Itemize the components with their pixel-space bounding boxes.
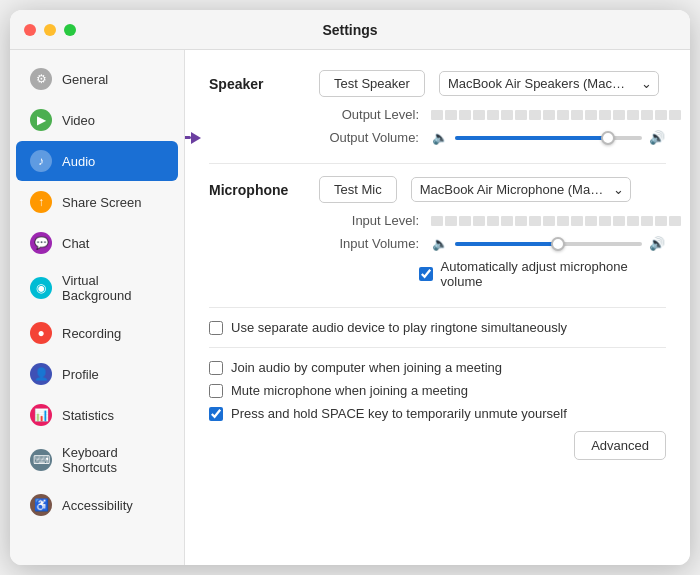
in-level-seg-15 xyxy=(627,216,639,226)
volume-high-icon: 🔊 xyxy=(648,130,666,145)
settings-window: Settings ⚙ General ▶ Video ♪ Audio ↑ Sha… xyxy=(10,10,690,565)
in-level-seg-5 xyxy=(487,216,499,226)
level-seg-18 xyxy=(669,110,681,120)
maximize-button[interactable] xyxy=(64,24,76,36)
in-level-seg-2 xyxy=(445,216,457,226)
sidebar-item-audio[interactable]: ♪ Audio xyxy=(16,141,178,181)
level-seg-15 xyxy=(627,110,639,120)
output-volume-slider[interactable] xyxy=(455,136,642,140)
level-seg-8 xyxy=(529,110,541,120)
speaker-device-selector[interactable]: MacBook Air Speakers (MacBook Air S… ⌄ xyxy=(439,71,659,96)
speaker-row: Speaker Test Speaker MacBook Air Speaker… xyxy=(209,70,666,97)
in-level-seg-9 xyxy=(543,216,555,226)
press-space-checkbox[interactable] xyxy=(209,407,223,421)
output-level-label: Output Level: xyxy=(319,107,419,122)
window-title: Settings xyxy=(322,22,377,38)
mic-vol-low-icon: 🔈 xyxy=(431,236,449,251)
level-seg-2 xyxy=(445,110,457,120)
sidebar-item-video-label: Video xyxy=(62,113,95,128)
join-audio-checkbox[interactable] xyxy=(209,361,223,375)
main-panel: Speaker Test Speaker MacBook Air Speaker… xyxy=(185,50,690,565)
level-seg-9 xyxy=(543,110,555,120)
minimize-button[interactable] xyxy=(44,24,56,36)
vbg-icon: ◉ xyxy=(30,277,52,299)
speaker-dropdown-icon: ⌄ xyxy=(641,76,650,91)
sidebar-item-general[interactable]: ⚙ General xyxy=(16,59,178,99)
content-area: ⚙ General ▶ Video ♪ Audio ↑ Share Screen… xyxy=(10,50,690,565)
sidebar-item-recording[interactable]: ● Recording xyxy=(16,313,178,353)
level-seg-10 xyxy=(557,110,569,120)
arrow-annotation xyxy=(185,132,201,144)
sidebar-item-keyboard[interactable]: ⌨ Keyboard Shortcuts xyxy=(16,436,178,484)
general-icon: ⚙ xyxy=(30,68,52,90)
mute-mic-checkbox[interactable] xyxy=(209,384,223,398)
close-button[interactable] xyxy=(24,24,36,36)
in-level-seg-11 xyxy=(571,216,583,226)
level-seg-12 xyxy=(585,110,597,120)
sidebar-item-statistics[interactable]: 📊 Statistics xyxy=(16,395,178,435)
sidebar-item-chat-label: Chat xyxy=(62,236,89,251)
sidebar-item-vbg-label: Virtual Background xyxy=(62,273,164,303)
advanced-button[interactable]: Advanced xyxy=(574,431,666,460)
auto-adjust-row: Automatically adjust microphone volume xyxy=(209,259,666,289)
input-volume-row: Input Volume: 🔈 🔊 xyxy=(209,236,666,251)
auto-adjust-checkbox[interactable] xyxy=(419,267,433,281)
output-volume-slider-container: 🔈 🔊 xyxy=(431,130,666,145)
sidebar-item-vbg[interactable]: ◉ Virtual Background xyxy=(16,264,178,312)
level-seg-13 xyxy=(599,110,611,120)
level-seg-3 xyxy=(459,110,471,120)
microphone-row: Microphone Test Mic MacBook Air Micropho… xyxy=(209,176,666,203)
sidebar-item-general-label: General xyxy=(62,72,108,87)
sidebar-item-video[interactable]: ▶ Video xyxy=(16,100,178,140)
sidebar-item-share[interactable]: ↑ Share Screen xyxy=(16,182,178,222)
input-level-row: Input Level: xyxy=(209,213,666,228)
level-seg-4 xyxy=(473,110,485,120)
in-level-seg-6 xyxy=(501,216,513,226)
output-volume-label: Output Volume: xyxy=(319,130,419,145)
recording-icon: ● xyxy=(30,322,52,344)
in-level-seg-12 xyxy=(585,216,597,226)
mic-device-label: MacBook Air Microphone (MacBook Air… xyxy=(420,182,605,197)
divider-1 xyxy=(209,163,666,164)
level-seg-1 xyxy=(431,110,443,120)
in-level-seg-17 xyxy=(655,216,667,226)
mute-mic-label: Mute microphone when joining a meeting xyxy=(231,383,468,398)
microphone-label: Microphone xyxy=(209,182,319,198)
output-slider-fill xyxy=(455,136,608,140)
sidebar-item-accessibility-label: Accessibility xyxy=(62,498,133,513)
divider-3 xyxy=(209,347,666,348)
in-level-seg-1 xyxy=(431,216,443,226)
sidebar-item-profile[interactable]: 👤 Profile xyxy=(16,354,178,394)
test-speaker-button[interactable]: Test Speaker xyxy=(319,70,425,97)
level-seg-6 xyxy=(501,110,513,120)
in-level-seg-3 xyxy=(459,216,471,226)
output-slider-thumb[interactable] xyxy=(601,131,615,145)
input-volume-slider-container: 🔈 🔊 xyxy=(431,236,666,251)
input-slider-fill xyxy=(455,242,558,246)
mic-device-selector[interactable]: MacBook Air Microphone (MacBook Air… ⌄ xyxy=(411,177,631,202)
level-seg-11 xyxy=(571,110,583,120)
input-slider-thumb[interactable] xyxy=(551,237,565,251)
sidebar-item-profile-label: Profile xyxy=(62,367,99,382)
test-mic-button[interactable]: Test Mic xyxy=(319,176,397,203)
title-bar: Settings xyxy=(10,10,690,50)
join-audio-label: Join audio by computer when joining a me… xyxy=(231,360,502,375)
level-seg-17 xyxy=(655,110,667,120)
in-level-seg-8 xyxy=(529,216,541,226)
video-icon: ▶ xyxy=(30,109,52,131)
mic-vol-high-icon: 🔊 xyxy=(648,236,666,251)
input-level-label: Input Level: xyxy=(319,213,419,228)
keyboard-icon: ⌨ xyxy=(30,449,52,471)
sidebar-item-statistics-label: Statistics xyxy=(62,408,114,423)
input-level-bar xyxy=(431,216,681,226)
in-level-seg-10 xyxy=(557,216,569,226)
sidebar-item-accessibility[interactable]: ♿ Accessibility xyxy=(16,485,178,525)
speaker-label: Speaker xyxy=(209,76,319,92)
sidebar-item-chat[interactable]: 💬 Chat xyxy=(16,223,178,263)
press-space-row: Press and hold SPACE key to temporarily … xyxy=(209,406,666,421)
output-volume-row: Output Volume: 🔈 🔊 xyxy=(209,130,666,145)
separate-audio-checkbox[interactable] xyxy=(209,321,223,335)
speaker-device-label: MacBook Air Speakers (MacBook Air S… xyxy=(448,76,633,91)
input-volume-slider[interactable] xyxy=(455,242,642,246)
level-seg-16 xyxy=(641,110,653,120)
